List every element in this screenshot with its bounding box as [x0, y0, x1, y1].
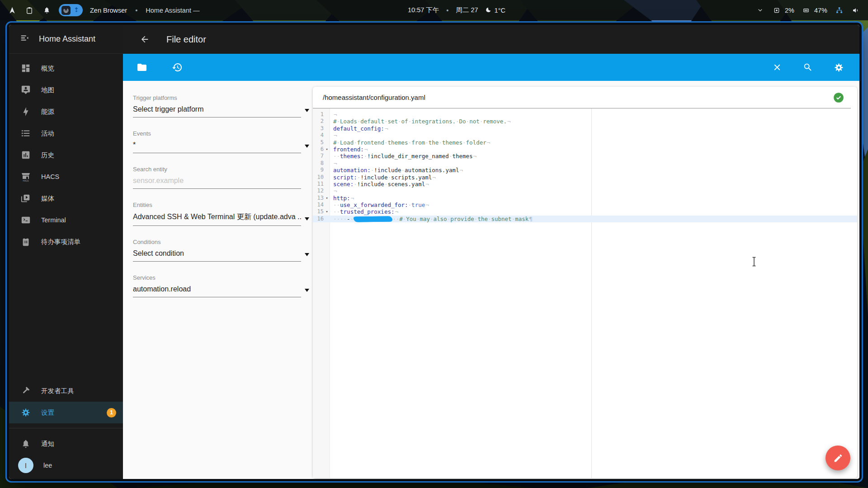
os-top-bar: Zen Browser • Home Assistant — 10:57 下午 … — [0, 0, 868, 20]
sidebar-item-todo[interactable]: 待办事项清单 — [9, 231, 123, 253]
dropdown-arrow-icon[interactable] — [305, 217, 309, 221]
file-path[interactable]: /homeassistant/configuration.yaml — [323, 94, 425, 101]
dropdown-arrow-icon[interactable] — [305, 253, 309, 256]
code-line[interactable]: 5#·Load·frontend·themes·from·the·themes·… — [313, 139, 857, 146]
line-number: 9 — [313, 167, 324, 174]
line-number: 8 — [313, 160, 324, 167]
temperature[interactable]: 1°C — [495, 7, 505, 14]
settings-gear-icon[interactable] — [830, 58, 848, 76]
code-line[interactable]: 1¬ — [313, 111, 857, 118]
sidebar-item-hacs[interactable]: HACS HACS — [9, 166, 123, 188]
volume-icon[interactable] — [851, 5, 861, 15]
terminal-icon — [20, 215, 31, 225]
sidebar-title: Home Assistant — [39, 34, 95, 44]
field-label: Events — [133, 130, 301, 137]
code-line[interactable]: 14··use_x_forwarded_for:·true¬ — [313, 202, 857, 208]
code-text: default_config:¬ — [330, 125, 388, 132]
taskbar-app-name[interactable]: Zen Browser — [90, 7, 127, 14]
map-icon — [20, 84, 31, 95]
taskbar-separator: • — [135, 7, 137, 14]
code-line[interactable]: 2#·Loads·default·set·of·integrations.·Do… — [313, 118, 857, 125]
code-line[interactable]: 11scene:·!include·scenes.yaml¬ — [313, 181, 857, 188]
services-select[interactable]: automation.reload — [133, 285, 301, 297]
fold-arrow-icon[interactable]: ▾ — [324, 146, 330, 153]
sidebar-item-label: Terminal — [41, 216, 66, 224]
notification-bell-icon[interactable] — [42, 5, 52, 15]
code-line[interactable]: 4¬ — [313, 132, 857, 139]
clipboard-icon[interactable] — [24, 5, 34, 15]
code-line[interactable]: 9automation:·!include·automations.yaml¬ — [313, 167, 857, 174]
sidebar-item-profile[interactable]: l lee — [9, 455, 123, 476]
cpu-usage[interactable]: 2% — [785, 7, 794, 14]
sidebar-item-developer-tools[interactable]: 开发者工具 — [9, 380, 123, 402]
browse-files-button[interactable] — [133, 58, 151, 76]
line-number: 13 — [313, 195, 324, 202]
sidebar-item-overview[interactable]: 概览 — [9, 57, 123, 79]
dropdown-arrow-icon[interactable] — [305, 145, 309, 148]
fold-arrow-icon[interactable]: ▾ — [324, 208, 330, 215]
line-number: 10 — [313, 174, 324, 181]
sidebar-item-label: 开发者工具 — [41, 387, 74, 395]
code-line[interactable]: 8¬ — [313, 160, 857, 167]
code-text: ····-···#·You·may·also·provide·the·subne… — [330, 216, 533, 222]
fingerprint-icon — [61, 6, 71, 15]
svg-text:HACS: HACS — [23, 180, 29, 182]
trigger-platform-select[interactable]: Select trigger platform — [133, 105, 301, 117]
code-line[interactable]: 12¬ — [313, 188, 857, 194]
code-text: scene:·!include·scenes.yaml¬ — [330, 181, 429, 188]
fold-gutter — [324, 132, 330, 139]
search-entity-input[interactable]: sensor.example — [133, 177, 301, 189]
line-number: 15 — [313, 208, 324, 215]
date[interactable]: 周二 27 — [456, 6, 478, 14]
sidebar-item-activity[interactable]: 活动 — [9, 122, 123, 144]
close-icon[interactable] — [768, 58, 786, 76]
sidebar-toggle-icon[interactable] — [20, 33, 30, 45]
code-line[interactable]: 13▾http:¬ — [313, 195, 857, 202]
sidebar-item-notifications[interactable]: 通知 — [9, 433, 123, 455]
fold-gutter — [324, 202, 330, 208]
text-cursor-pointer — [751, 257, 757, 268]
sidebar-item-settings[interactable]: 设置 1 — [9, 402, 123, 423]
launcher-icon[interactable] — [7, 5, 17, 15]
fold-gutter — [324, 167, 330, 174]
line-number: 1 — [313, 111, 324, 118]
pencil-icon — [833, 453, 843, 463]
events-select[interactable]: * — [133, 141, 301, 153]
code-line[interactable]: 10script:·!include·scripts.yaml¬ — [313, 174, 857, 181]
sidebar-item-history[interactable]: 历史 — [9, 144, 123, 166]
code-text: automation:·!include·automations.yaml¬ — [330, 167, 463, 174]
conditions-select[interactable]: Select condition — [133, 249, 301, 262]
history-button[interactable] — [168, 58, 186, 76]
code-line[interactable]: 15▾··trusted_proxies:¬ — [313, 208, 857, 215]
code-line[interactable]: 7··themes:·!include_dir_merge_named·them… — [313, 153, 857, 160]
sidebar-item-terminal[interactable]: Terminal — [9, 209, 123, 231]
entities-select[interactable]: Advanced SSH & Web Terminal 更新 (update.a… — [133, 212, 301, 226]
code-line[interactable]: 6▾frontend:¬ — [313, 146, 857, 153]
sidebar-item-media[interactable]: 媒体 — [9, 188, 123, 209]
clock[interactable]: 10:57 下午 — [408, 6, 439, 14]
active-app-pill[interactable] — [59, 4, 83, 16]
network-tree-icon[interactable] — [834, 5, 844, 15]
code-editor[interactable]: 1¬2#·Loads·default·set·of·integrations.·… — [313, 108, 857, 478]
sidebar-item-energy[interactable]: 能源 — [9, 101, 123, 122]
memory-usage[interactable]: 47% — [814, 7, 827, 14]
save-fab-button[interactable] — [826, 446, 850, 470]
trigger-panel: Trigger platforms Select trigger platfor… — [133, 81, 301, 310]
code-line[interactable]: 16····-···#·You·may·also·provide·the·sub… — [313, 216, 857, 222]
dropdown-arrow-icon[interactable] — [305, 109, 309, 112]
entities-field: Entities Advanced SSH & Web Terminal 更新 … — [133, 202, 301, 226]
dropdown-arrow-icon[interactable] — [305, 289, 309, 292]
sidebar-item-map[interactable]: 地图 — [9, 79, 123, 101]
search-icon[interactable] — [799, 58, 817, 76]
fold-arrow-icon[interactable]: ▾ — [324, 195, 330, 202]
chart-box-icon — [20, 150, 31, 160]
code-line[interactable]: 3default_config:¬ — [313, 125, 857, 132]
trigger-platforms-field: Trigger platforms Select trigger platfor… — [133, 94, 301, 117]
back-button[interactable] — [136, 30, 154, 48]
fold-gutter — [324, 174, 330, 181]
redaction-scribble — [354, 216, 392, 222]
code-text: script:·!include·scripts.yaml¬ — [330, 174, 436, 181]
taskbar-window-title[interactable]: Home Assistant — — [146, 7, 199, 14]
editor-card: /homeassistant/configuration.yaml 1¬2#·L… — [313, 87, 857, 478]
chevron-down-icon[interactable] — [755, 5, 765, 15]
